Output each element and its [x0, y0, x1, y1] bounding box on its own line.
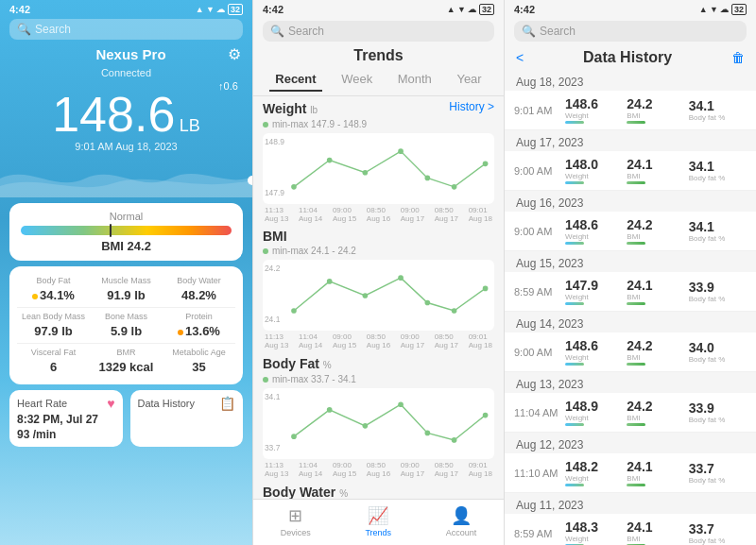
svg-point-26 — [452, 437, 457, 443]
data-history-label: Data History — [138, 398, 196, 409]
svg-point-9 — [483, 161, 489, 166]
stat-label-protein: Protein — [163, 312, 235, 321]
tab-month[interactable]: Month — [392, 68, 438, 92]
bodyfat-range-label: min-max 33.7 - 34.1 — [272, 374, 356, 384]
stats-grid: Body Fat 34.1% Muscle Mass 91.9 lb Body … — [9, 266, 243, 384]
history-row[interactable]: 11:04 AM 148.9 Weight 24.2 BMI 33.9 Body… — [505, 393, 756, 433]
history-bmi: 24.2 BMI — [627, 217, 684, 245]
svg-point-24 — [398, 401, 404, 407]
svg-point-15 — [398, 275, 404, 281]
history-bodyfat: 34.1 Body fat % — [689, 219, 747, 243]
history-bf-lbl: Body fat % — [689, 234, 726, 243]
search-bar-2[interactable]: 🔍 Search — [263, 21, 494, 42]
svg-point-16 — [425, 300, 431, 306]
history-bodyfat: 33.7 Body fat % — [689, 521, 747, 545]
history-row[interactable]: 8:59 AM 147.9 Weight 24.1 BMI 33.9 Body … — [505, 272, 756, 312]
bodywater-chart-unit: % — [339, 488, 348, 499]
weight-chart-svg: 148.9 147.9 — [263, 133, 494, 204]
history-weight: 148.6 Weight — [565, 96, 623, 124]
tab-year[interactable]: Year — [451, 68, 487, 92]
weight-unit: LB — [180, 116, 200, 135]
search-bar-1[interactable]: 🔍 Search — [9, 19, 243, 40]
history-weight: 148.0 Weight — [565, 157, 623, 184]
svg-text:33.7: 33.7 — [265, 443, 281, 452]
bottom-nav: ⊞ Devices 📈 Trends 👤 Account — [253, 499, 504, 545]
history-bmi-val: 24.1 — [627, 278, 652, 293]
history-weight-val: 148.6 — [565, 96, 598, 111]
bmi-chart-section: BMI min-max 24.1 - 24.2 24.2 24.1 — [253, 229, 504, 355]
trash-icon[interactable]: 🗑 — [731, 50, 745, 65]
stat-value-lean: 97.9 lb — [34, 324, 72, 338]
trends-header: Trends — [253, 45, 504, 68]
history-row[interactable]: 8:59 AM 148.3 Weight 24.1 BMI 33.7 Body … — [505, 514, 756, 545]
trends-icon: 📈 — [368, 505, 388, 526]
search-label-3: Search — [540, 25, 576, 38]
heart-rate-button[interactable]: Heart Rate ♥ 8:32 PM, Jul 27 93 /min — [9, 390, 123, 447]
history-bmi-lbl: BMI — [627, 111, 640, 120]
stat-label-muscle: Muscle Mass — [90, 276, 163, 285]
stat-value-protein: 13.6% — [178, 324, 220, 338]
stat-value-water: 48.2% — [181, 288, 216, 302]
svg-point-17 — [452, 308, 457, 314]
bodyfat-chart-dates: 11:13Aug 13 11:04Aug 14 09:00Aug 15 08:5… — [263, 461, 494, 478]
svg-text:24.2: 24.2 — [265, 264, 281, 273]
history-weight-lbl: Weight — [565, 353, 589, 362]
bmi-range: min-max 24.1 - 24.2 — [263, 246, 494, 256]
history-row[interactable]: 11:10 AM 148.2 Weight 24.1 BMI 33.7 Body… — [505, 453, 756, 493]
stat-label-meta: Metabolic Age — [163, 348, 235, 357]
nav-account[interactable]: 👤 Account — [446, 505, 477, 537]
nav-account-label: Account — [446, 528, 477, 537]
history-row[interactable]: 9:00 AM 148.0 Weight 24.1 BMI 34.1 Body … — [505, 151, 756, 191]
bmi-range-label: min-max 24.1 - 24.2 — [272, 246, 356, 256]
stat-muscle-mass: Muscle Mass 91.9 lb — [90, 276, 163, 303]
back-button[interactable]: < — [516, 50, 524, 65]
devices-icon: ⊞ — [288, 505, 302, 526]
history-row[interactable]: 9:00 AM 148.6 Weight 24.2 BMI 34.1 Body … — [505, 212, 756, 251]
svg-text:24.1: 24.1 — [265, 315, 281, 324]
bodyfat-chart-section: Body Fat % min-max 33.7 - 34.1 34.1 33.7 — [253, 355, 504, 484]
status-time-3: 4:42 — [514, 4, 535, 15]
search-bar-3[interactable]: 🔍 Search — [514, 21, 747, 42]
settings-icon[interactable]: ⚙ — [228, 45, 241, 63]
stat-label-visceral: Visceral Fat — [17, 348, 90, 357]
date-header-aug17: Aug 17, 2023 — [505, 130, 756, 151]
stat-label-bone: Bone Mass — [90, 312, 163, 321]
data-history-button[interactable]: Data History 📋 — [130, 390, 244, 447]
status-icons-1: ▲ ▼ ☁ 32 — [196, 5, 243, 14]
bmi-bar-row — [627, 242, 645, 245]
charts-scroll[interactable]: Weight lb History > min-max 147.9 - 148.… — [253, 100, 504, 522]
stats-row-1: Body Fat 34.1% Muscle Mass 91.9 lb Body … — [17, 272, 235, 308]
bottom-buttons: Heart Rate ♥ 8:32 PM, Jul 27 93 /min Dat… — [9, 390, 243, 447]
weight-bar — [565, 181, 584, 184]
weight-history-link[interactable]: History > — [449, 100, 494, 113]
weight-value: 148.6 — [52, 87, 175, 142]
history-scroll[interactable]: Aug 18, 2023 9:01 AM 148.6 Weight 24.2 B… — [505, 70, 756, 545]
bodyfat-chart-title: Body Fat — [263, 356, 323, 371]
weight-bar — [565, 121, 584, 124]
stat-protein: Protein 13.6% — [163, 312, 235, 339]
history-time: 9:00 AM — [514, 226, 561, 237]
weight-chart-dates: 11:13Aug 13 11:04Aug 14 09:00Aug 15 08:5… — [263, 206, 494, 223]
history-bmi: 24.1 BMI — [627, 157, 684, 184]
history-row[interactable]: 9:01 AM 148.6 Weight 24.2 BMI 34.1 Body … — [505, 91, 756, 130]
history-bmi: 24.2 BMI — [627, 338, 684, 366]
svg-text:34.1: 34.1 — [265, 392, 281, 401]
date-header-aug16: Aug 16, 2023 — [505, 191, 756, 212]
weight-display: ↑0.6 148.6 LB 9:01 AM Aug 18, 2023 — [0, 82, 252, 156]
range-dot-bodyfat — [263, 377, 268, 383]
trends-title: Trends — [353, 47, 403, 64]
history-row[interactable]: 9:00 AM 148.6 Weight 24.2 BMI 34.0 Body … — [505, 332, 756, 372]
tab-recent[interactable]: Recent — [269, 68, 321, 92]
status-bar-2: 4:42 ▲ ▼ ☁ 32 — [253, 0, 504, 19]
nav-trends[interactable]: 📈 Trends — [365, 505, 391, 537]
tab-week[interactable]: Week — [335, 68, 378, 92]
history-weight-lbl: Weight — [565, 474, 589, 483]
stat-label-bmr: BMR — [90, 348, 163, 357]
weight-chart-area: 148.9 147.9 — [263, 133, 494, 204]
history-bmi-lbl: BMI — [627, 172, 640, 180]
nav-devices[interactable]: ⊞ Devices — [281, 505, 311, 537]
date-header-aug15: Aug 15, 2023 — [505, 251, 756, 272]
bmi-bar — [21, 226, 232, 235]
history-weight-val: 148.0 — [565, 157, 598, 172]
bodywater-chart-title: Body Water — [263, 485, 339, 500]
